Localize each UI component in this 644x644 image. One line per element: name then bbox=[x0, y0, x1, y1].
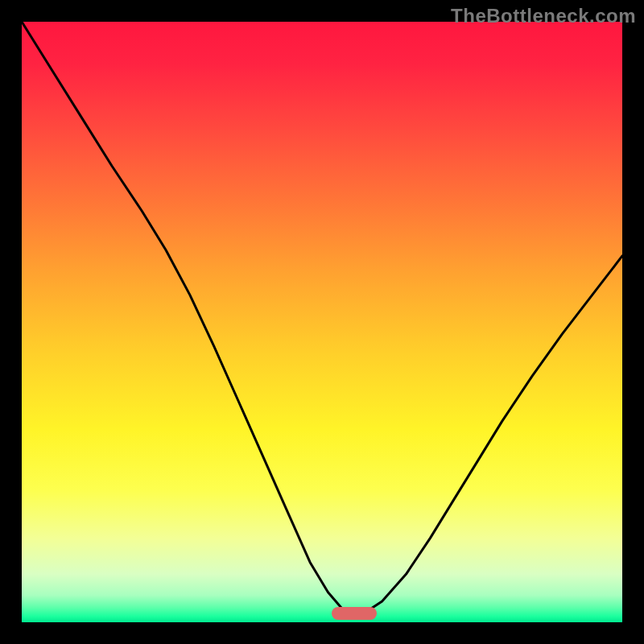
optimal-marker bbox=[332, 607, 377, 620]
plot-area bbox=[22, 22, 622, 622]
watermark-text: TheBottleneck.com bbox=[451, 5, 636, 27]
bottleneck-curve bbox=[22, 22, 622, 622]
chart-frame: TheBottleneck.com bbox=[0, 0, 644, 644]
